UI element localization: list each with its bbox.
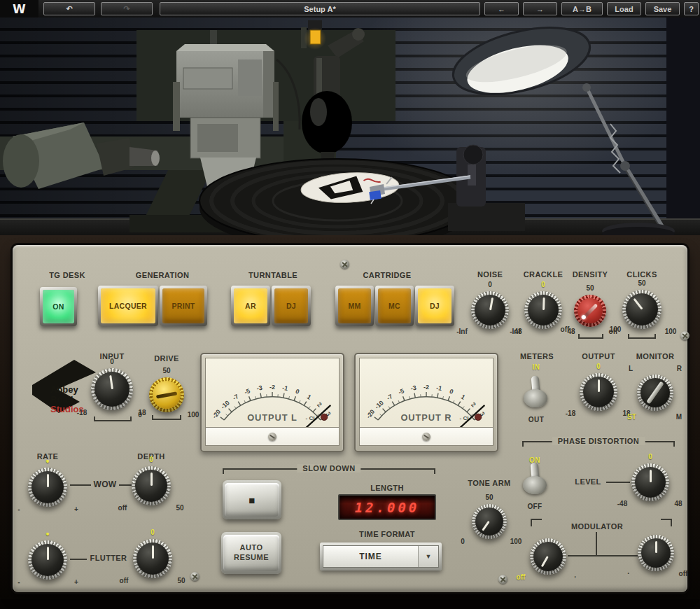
svg-text:-1: -1	[281, 384, 288, 392]
studio-scene	[0, 18, 700, 235]
flutter-rate-knob[interactable]: • - +	[28, 540, 67, 580]
density-label: DENSITY	[573, 270, 608, 279]
svg-text:1: 1	[460, 393, 466, 401]
left-arrow-icon: ←	[498, 5, 505, 13]
svg-text:-5: -5	[398, 387, 405, 396]
clicks-label: CLICKS	[626, 270, 657, 279]
vinyl-record	[200, 159, 475, 235]
svg-text:-3: -3	[256, 384, 263, 392]
phase-off-label: OFF	[527, 503, 542, 510]
tone-arm-knob[interactable]: 50 0 100	[472, 504, 507, 539]
noise-knob[interactable]: 0 -Inf 48	[471, 291, 509, 329]
turntable-dj-button[interactable]: DJ	[272, 286, 311, 326]
time-format-dropdown[interactable]: TIME ▼	[320, 542, 442, 570]
svg-text:-3: -3	[410, 384, 417, 392]
generation-print-button[interactable]: PRINT	[160, 286, 207, 326]
svg-text:-1: -1	[435, 384, 442, 392]
monitor-knob[interactable]: L R ST M	[637, 374, 673, 411]
vu-meter-left: -20-10-7-5-3-2-10123OUTPUT L- CL	[200, 353, 344, 452]
generation-lacquer-button[interactable]: LACQUER	[98, 286, 158, 326]
stop-icon: ■	[248, 495, 255, 505]
length-display: 12.000	[338, 494, 436, 520]
phase-distortion-bracket: PHASE DISTORTION	[522, 441, 675, 447]
wow-rate-knob[interactable]: • - +	[28, 468, 67, 507]
meters-toggle[interactable]	[523, 379, 548, 410]
prev-preset-button[interactable]: ←	[484, 2, 519, 15]
redo-icon: ↷	[123, 4, 130, 13]
tone-arm-label: TONE ARM	[468, 479, 510, 487]
cartridge-mc-button[interactable]: MC	[375, 286, 414, 326]
density-knob[interactable]: 50 off 100	[574, 295, 606, 327]
length-label: LENGTH	[370, 484, 404, 492]
clicks-knob[interactable]: 50 off 100	[622, 290, 662, 329]
vu-meter-right: -20-10-7-5-3-2-10123OUTPUT R- CL	[354, 353, 498, 452]
auto-resume-button[interactable]: AUTORESUME	[221, 532, 281, 574]
svg-text:0: 0	[295, 388, 300, 396]
slowdown-stop-button[interactable]: ■	[223, 480, 281, 519]
meter-screw	[268, 433, 276, 441]
waves-logo-icon: W	[0, 0, 38, 18]
meters-in-label: IN	[533, 363, 540, 371]
toolbar: W ↶ ↷ Setup A* ← → A→B Load Save ?	[0, 0, 700, 18]
flutter-label: FLUTTER	[90, 554, 127, 562]
svg-text:-2: -2	[270, 384, 275, 391]
dropdown-arrow-icon[interactable]: ▼	[418, 546, 438, 567]
svg-text:-5: -5	[244, 387, 251, 396]
meter-screw	[422, 433, 430, 441]
level-label: LEVEL	[575, 477, 601, 486]
svg-text:2: 2	[470, 401, 477, 409]
modulator-right-knob[interactable]: · off	[638, 535, 674, 571]
meters-out-label: OUT	[528, 416, 544, 424]
svg-text:OUTPUT R: OUTPUT R	[400, 412, 451, 423]
undo-button[interactable]: ↶	[43, 2, 95, 15]
cartridge-mm-button[interactable]: MM	[335, 286, 374, 326]
svg-text:-20: -20	[211, 408, 222, 419]
turntable-label: TURNTABLE	[248, 271, 298, 279]
cartridge-dj-button[interactable]: DJ	[415, 286, 454, 326]
monitor-label: MONITOR	[636, 352, 675, 360]
svg-text:-20: -20	[365, 408, 376, 419]
modulator-left-knob[interactable]: off ·	[530, 538, 566, 575]
panel-screw	[190, 572, 200, 581]
redo-button[interactable]: ↷	[101, 2, 153, 15]
panel-screw	[680, 331, 690, 340]
phase-toggle[interactable]	[522, 466, 547, 497]
ab-compare-button[interactable]: A→B	[561, 2, 603, 15]
cartridge-stylus	[369, 190, 382, 200]
svg-text:OUTPUT L: OUTPUT L	[247, 412, 298, 423]
flutter-depth-knob[interactable]: 0 off 50	[133, 539, 172, 578]
crackle-label: CRACKLE	[524, 270, 564, 279]
noise-label: NOISE	[477, 270, 503, 279]
cartridge-label: CARTRIDGE	[363, 271, 412, 279]
help-button[interactable]: ?	[684, 2, 699, 15]
undo-icon: ↶	[66, 4, 72, 13]
crackle-knob[interactable]: 0 -Inf 48	[524, 291, 562, 329]
right-arrow-icon: →	[536, 5, 544, 13]
level-knob[interactable]: 0 -48 48	[631, 463, 669, 501]
drive-label: DRIVE	[154, 354, 179, 363]
meters-label: METERS	[520, 352, 554, 360]
svg-text:1: 1	[306, 393, 312, 401]
wow-depth-knob[interactable]: 0 off 50	[132, 466, 171, 505]
tg-desk-on-button[interactable]: ON	[40, 287, 77, 326]
next-preset-button[interactable]: →	[523, 2, 557, 15]
turntable-ar-button[interactable]: AR	[231, 286, 270, 326]
save-button[interactable]: Save	[645, 2, 680, 15]
preset-field[interactable]: Setup A*	[160, 2, 480, 15]
input-knob[interactable]: 0 -18 18	[91, 368, 133, 410]
wow-label: WOW	[93, 479, 116, 489]
svg-text:0: 0	[449, 388, 454, 396]
svg-text:-7: -7	[385, 393, 393, 402]
plugin-window: W ↶ ↷ Setup A* ← → A→B Load Save ?	[0, 0, 700, 609]
load-button[interactable]: Load	[607, 2, 641, 15]
slow-down-bracket: SLOW DOWN	[223, 468, 435, 474]
output-label: OUTPUT	[582, 352, 615, 360]
generation-label: GENERATION	[136, 271, 190, 279]
chassis-bottom	[0, 599, 700, 609]
drive-knob[interactable]: 50 0 100	[149, 377, 184, 412]
svg-text:-7: -7	[231, 393, 239, 402]
svg-text:-2: -2	[424, 384, 429, 391]
modulator-label: MODULATOR	[571, 522, 623, 531]
output-knob[interactable]: 0 -18 18	[580, 373, 617, 411]
tg-desk-label: TG DESK	[49, 271, 85, 279]
